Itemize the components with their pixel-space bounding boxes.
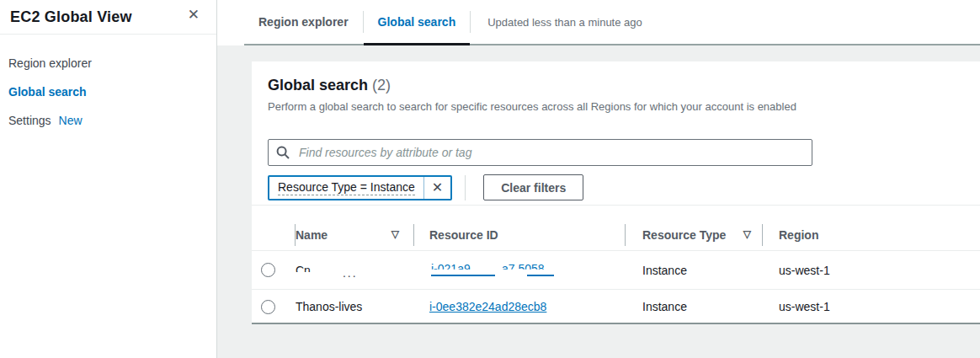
- table-row: Cn ... i-021a9 a7 5058 Instance us-west-…: [252, 251, 980, 289]
- main-area: Region explorer Global search Updated le…: [217, 0, 980, 358]
- column-label: Resource ID: [429, 228, 498, 242]
- column-header-resource-id[interactable]: Resource ID: [414, 228, 626, 250]
- search-box[interactable]: [268, 139, 812, 166]
- link-underline: [527, 275, 554, 276]
- column-label: Region: [779, 228, 818, 242]
- updated-timestamp: Updated less than a minute ago: [471, 0, 659, 44]
- redacted-resource-id-link[interactable]: i-021a9 a7 5058: [429, 262, 573, 279]
- sidebar-item-label: Global search: [8, 85, 87, 99]
- name-cell: Thanos-lives: [296, 300, 414, 313]
- filter-chip-label[interactable]: Resource Type = Instance: [269, 177, 423, 199]
- column-label: Resource Type: [642, 228, 726, 242]
- sidebar-header: EC2 Global View ✕: [0, 0, 216, 35]
- results-table: Name ▽ Resource ID Resource Type ▽ Regio…: [252, 205, 980, 323]
- column-label: Name: [296, 228, 328, 242]
- resource-id-cell: i-0ee382e24ad28ecb8: [414, 300, 626, 313]
- region-cell: us-west-1: [763, 300, 980, 313]
- tabs-strip: Region explorer Global search Updated le…: [217, 0, 980, 45]
- sidebar-nav: Region explorer Global search SettingsNe…: [0, 35, 216, 127]
- tab-global-search[interactable]: Global search: [364, 0, 471, 44]
- row-select-radio[interactable]: [261, 300, 275, 314]
- sidebar-item-label: Settings: [8, 114, 51, 127]
- resource-type-cell: Instance: [626, 300, 763, 313]
- name-cell: Cn ...: [296, 264, 414, 277]
- resource-id-link[interactable]: i-0ee382e24ad28ecb8: [429, 300, 546, 313]
- filter-chip[interactable]: Resource Type = Instance ✕: [268, 175, 452, 200]
- clear-filters-button[interactable]: Clear filters: [483, 174, 583, 200]
- new-badge: New: [59, 114, 83, 127]
- redacted-id-fragment: i-021a9: [431, 262, 471, 275]
- sidebar: EC2 Global View ✕ Region explorer Global…: [0, 0, 217, 358]
- sidebar-item-label: Region explorer: [8, 56, 92, 70]
- tab-label: Global search: [378, 15, 456, 29]
- sidebar-title: EC2 Global View: [10, 8, 132, 25]
- select-cell: [252, 263, 296, 277]
- region-cell: us-west-1: [763, 264, 980, 277]
- column-header-name[interactable]: Name ▽: [296, 228, 414, 250]
- filter-row: Resource Type = Instance ✕ Clear filters: [268, 174, 964, 200]
- close-icon[interactable]: ✕: [188, 8, 200, 22]
- column-header-region[interactable]: Region: [763, 228, 980, 250]
- resource-type-cell: Instance: [626, 264, 763, 277]
- tab-label: Region explorer: [258, 15, 349, 29]
- result-count: (2): [372, 77, 391, 94]
- table-row: Thanos-lives i-0ee382e24ad28ecb8 Instanc…: [252, 289, 980, 323]
- sidebar-item-global-search[interactable]: Global search: [8, 85, 208, 99]
- search-icon: [276, 146, 290, 159]
- filter-divider: [465, 175, 466, 200]
- filter-chip-text: Resource Type = Instance: [278, 180, 415, 195]
- search-input[interactable]: [297, 145, 804, 160]
- panel-description: Perform a global search to search for sp…: [268, 100, 964, 113]
- sidebar-item-region-explorer[interactable]: Region explorer: [8, 56, 208, 70]
- remove-filter-icon[interactable]: ✕: [423, 177, 450, 199]
- redacted-name-fragment: Cn: [296, 264, 311, 277]
- redacted-id-fragment: a7 5058: [502, 262, 545, 275]
- sort-icon[interactable]: ▽: [391, 228, 399, 242]
- select-cell: [252, 300, 296, 314]
- content-area: Global search (2) Perform a global searc…: [217, 45, 980, 358]
- select-column-header: [252, 242, 296, 250]
- panel-title: Global search (2): [268, 77, 964, 94]
- resource-id-cell: i-021a9 a7 5058: [414, 262, 626, 279]
- global-search-panel: Global search (2) Perform a global searc…: [252, 61, 980, 324]
- tabs: Region explorer Global search Updated le…: [244, 0, 980, 45]
- sidebar-item-settings[interactable]: SettingsNew: [8, 114, 208, 127]
- column-header-resource-type[interactable]: Resource Type ▽: [626, 228, 763, 250]
- link-underline: [431, 275, 495, 276]
- tab-region-explorer[interactable]: Region explorer: [244, 0, 363, 44]
- row-select-radio[interactable]: [261, 263, 275, 277]
- sort-icon[interactable]: ▽: [743, 228, 751, 242]
- redacted-name-dots: ...: [343, 266, 358, 280]
- panel-title-text: Global search: [268, 77, 368, 94]
- table-header: Name ▽ Resource ID Resource Type ▽ Regio…: [252, 206, 980, 251]
